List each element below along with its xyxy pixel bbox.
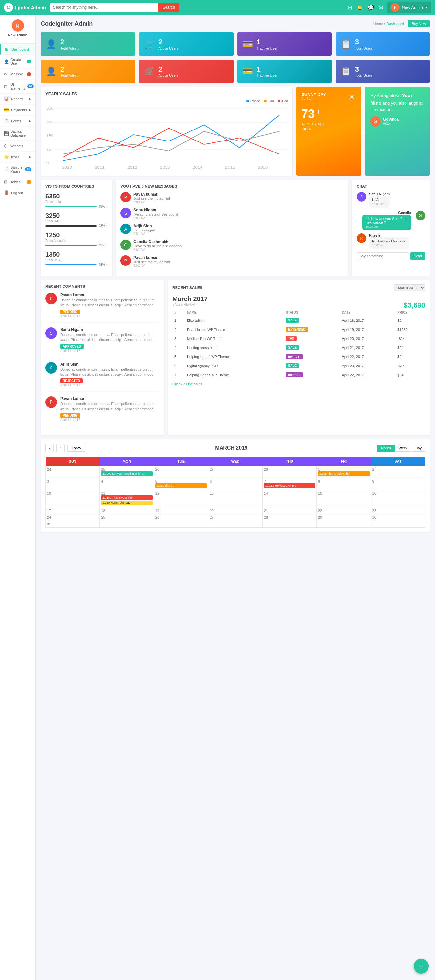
- grid-icon[interactable]: ⊞: [348, 5, 352, 11]
- brand-name: Igniter Admin: [15, 5, 46, 10]
- cal-cell-mar22[interactable]: 22: [317, 508, 371, 514]
- calendar-month-view[interactable]: Month: [378, 444, 395, 452]
- search-input[interactable]: [50, 3, 158, 12]
- user-menu[interactable]: N New Admin ▼: [387, 2, 431, 13]
- cal-cell-apr2[interactable]: [154, 521, 208, 528]
- cal-cell-mar13[interactable]: 13: [208, 490, 262, 508]
- cal-cell-apr5[interactable]: [317, 521, 371, 528]
- cal-cell-feb28[interactable]: 28: [262, 466, 317, 478]
- cal-cell-mar15[interactable]: 15: [317, 490, 371, 508]
- bell-icon[interactable]: 🔔: [357, 5, 363, 11]
- cal-cell-mar12[interactable]: 12: [154, 490, 208, 508]
- cal-cell-mar30[interactable]: 30: [371, 514, 425, 521]
- calendar-grid: SUN MON TUE WED THU FRI SAT 24 25 11:00a…: [45, 457, 425, 528]
- stat-card-total-admin-2[interactable]: 👤 2 Total Admin: [41, 60, 135, 83]
- brand-logo[interactable]: C Igniter Admin: [4, 3, 46, 12]
- cal-cell-mar19[interactable]: 19: [154, 508, 208, 514]
- sidebar-item-payments[interactable]: 💳 Payments ▶: [0, 105, 35, 116]
- calendar-next-button[interactable]: ›: [56, 444, 65, 452]
- cal-cell-mar6[interactable]: 6: [208, 478, 262, 490]
- cal-cell-mar20[interactable]: 20: [208, 508, 262, 514]
- comment-status-3: REJECTED: [60, 379, 83, 383]
- cal-cell-mar8[interactable]: 8: [317, 478, 371, 490]
- stat-card-info-2: 2 Active Users: [158, 38, 178, 50]
- cal-cell-mar5[interactable]: 5 2:32p Like it?: [154, 478, 208, 490]
- cal-cell-mar27[interactable]: 27: [208, 514, 262, 521]
- sidebar-item-forms[interactable]: 📋 Forms ▶: [0, 116, 35, 127]
- sidebar-item-widgets[interactable]: ⬡ Widgets: [0, 140, 35, 151]
- total-admin-icon-1: 👤: [46, 39, 56, 49]
- cal-cell-mar14[interactable]: 14: [262, 490, 317, 508]
- cal-cell-mar23[interactable]: 23: [371, 508, 425, 514]
- cal-cell-apr6[interactable]: [371, 521, 425, 528]
- comment-text-4: Donec ac condimentum massa. Etiam pellen…: [60, 401, 159, 412]
- cal-cell-feb25[interactable]: 25 11:00a Mr. your meeting with john: [100, 466, 154, 478]
- cal-cell-mar24[interactable]: 24: [46, 514, 100, 521]
- cal-cell-mar7[interactable]: 7 11:15a Released Ample: [262, 478, 317, 490]
- buy-now-button[interactable]: Buy Now: [408, 20, 430, 27]
- cal-cell-mar21[interactable]: 21: [262, 508, 317, 514]
- chat-send-button[interactable]: Send: [410, 252, 425, 260]
- sidebar-item-sample-pages[interactable]: 📄 Sample Pages 28: [0, 162, 35, 177]
- stat-card-active-users-2[interactable]: 🛒 2 Active Users: [139, 60, 233, 83]
- stat-card-active-users-1[interactable]: 🛒 2 Active Users: [139, 32, 233, 56]
- stat-card-total-admin-1[interactable]: 👤 2 Total Admin: [41, 32, 135, 56]
- sidebar-item-reports[interactable]: 📊 Reports ▶: [0, 94, 35, 105]
- msg-item-5: P Pavan kumar Just see the my admin! 9:0…: [121, 255, 344, 267]
- cal-cell-feb24[interactable]: 24: [46, 466, 100, 478]
- sales-month-dropdown[interactable]: March 2017 April 2017: [394, 284, 425, 291]
- sidebar-item-icons[interactable]: ⭐ Icons ▶: [0, 151, 35, 162]
- chat-msg-genelia: Genelia Hi, How are you Sonu? ur next ca…: [357, 211, 425, 230]
- cal-cell-mar17[interactable]: 17: [46, 508, 100, 514]
- msg-avatar-5: P: [121, 255, 131, 266]
- chat-time-ritesh: 10:05 am: [372, 244, 406, 247]
- stat-card-inactive-user-1[interactable]: 💳 1 Inactive User: [237, 32, 332, 56]
- cal-cell-feb26[interactable]: 26: [154, 466, 208, 478]
- sidebar-item-backup[interactable]: 💾 Backup Database: [0, 127, 35, 140]
- cal-cell-apr3[interactable]: [208, 521, 262, 528]
- search-button[interactable]: Search: [158, 3, 179, 12]
- cal-cell-feb27[interactable]: 27: [208, 466, 262, 478]
- breadcrumb-home[interactable]: Home: [373, 22, 383, 25]
- sidebar-item-dashboard[interactable]: ⊞ Dashboard: [0, 44, 35, 55]
- cal-cell-mar9[interactable]: 9: [371, 478, 425, 490]
- cal-cell-mar2[interactable]: 2: [371, 466, 425, 478]
- cal-cell-mar16[interactable]: 16: [371, 490, 425, 508]
- cal-cell-mar25[interactable]: 25: [100, 514, 154, 521]
- chat-icon[interactable]: 💬: [368, 5, 374, 11]
- total-users-icon-1: 📋: [341, 39, 351, 49]
- check-all-sales[interactable]: Check all the sales: [172, 382, 425, 386]
- svg-text:2013: 2013: [160, 166, 170, 170]
- cal-cell-mar28[interactable]: 28: [262, 514, 317, 521]
- cal-cell-mar18[interactable]: 18: [100, 508, 154, 514]
- inactive-user-label-2: Inactive User: [257, 73, 277, 77]
- stat-card-inactive-user-2[interactable]: 💳 1 Inactive User: [237, 60, 332, 83]
- calendar-today-button[interactable]: Today: [67, 444, 85, 452]
- cal-cell-mar11[interactable]: 11 11:15a This is your birth 2:36p Hanmi…: [100, 490, 154, 508]
- cal-cell-mar10[interactable]: 10: [46, 490, 100, 508]
- cal-cell-mar1[interactable]: 1 2:32p This is today che: [317, 466, 371, 478]
- cal-cell-mar31[interactable]: 31: [46, 521, 100, 528]
- cal-cell-mar4[interactable]: 4: [100, 478, 154, 490]
- cal-cell-mar29[interactable]: 29: [317, 514, 371, 521]
- cal-cell-apr4[interactable]: [262, 521, 317, 528]
- calendar-prev-button[interactable]: ‹: [45, 444, 54, 452]
- calendar-week-view[interactable]: Week: [395, 444, 411, 452]
- stat-card-total-users-1[interactable]: 📋 3 Total Users: [336, 32, 430, 56]
- envelope-icon[interactable]: ✉: [379, 5, 383, 11]
- calendar-day-view[interactable]: Day: [412, 444, 425, 452]
- cal-cell-mar26[interactable]: 26: [154, 514, 208, 521]
- sidebar-item-tables[interactable]: ⊞ Tables 7: [0, 177, 35, 188]
- cal-cell-mar3[interactable]: 3: [46, 478, 100, 490]
- cal-cell-apr1[interactable]: [100, 521, 154, 528]
- comment-date-1: April 14, 2017: [60, 314, 159, 318]
- sidebar-item-logout[interactable]: 🚪 Log out: [0, 188, 35, 199]
- sidebar-item-create-user[interactable]: 👤 Create User 1: [0, 55, 35, 68]
- stat-card-total-users-2[interactable]: 📋 3 Total Users: [336, 60, 430, 83]
- sidebar-item-mailbox[interactable]: ✉ Mailbox 1: [0, 68, 35, 80]
- sidebar-item-ui-elements[interactable]: ◻ UI Elements 26: [0, 80, 35, 94]
- brand-icon: C: [4, 3, 13, 12]
- chat-input[interactable]: [357, 252, 409, 260]
- sale-row-4: 4 Hosting press.html SALE April 21, 2017…: [172, 343, 425, 352]
- svg-text:225: 225: [46, 121, 54, 124]
